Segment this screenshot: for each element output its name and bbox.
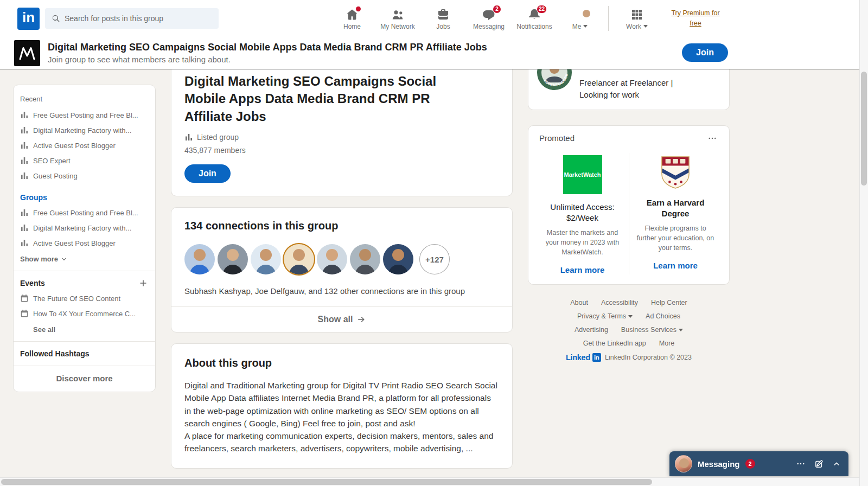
chevron-up-icon[interactable] [832,459,841,468]
messaging-unread-badge: 2 [745,459,755,469]
messaging-avatar [675,455,692,472]
try-premium-link[interactable]: Try Premium for free [666,8,725,29]
nav-my-network[interactable]: My Network [375,7,420,30]
messaging-label: Messaging [698,459,740,469]
footer-link-label: Business Services [621,326,676,334]
show-more-button[interactable]: Show more [20,251,149,270]
connection-avatar[interactable] [284,244,314,274]
group-logo[interactable] [14,40,40,66]
search-box[interactable] [45,8,219,29]
nav-home[interactable]: Home [329,7,375,30]
connection-avatar[interactable] [218,244,248,274]
see-all-events-link[interactable]: See all [20,321,149,340]
group-item[interactable]: Digital Marketing Factory with... [20,220,149,235]
groups-heading-link[interactable]: Groups [20,193,149,202]
calendar-icon [20,309,29,318]
footer-link-get-app[interactable]: Get the LinkedIn app [583,340,646,347]
profile-headline: Freelancer at Freelancer | Looking for w… [579,69,696,101]
nav-jobs-label: Jobs [436,23,450,30]
connection-avatar[interactable] [383,244,413,274]
events-heading: Events [20,279,45,287]
horizontal-scrollbar[interactable] [0,477,859,486]
recent-item[interactable]: SEO Expert [20,153,149,168]
vertical-scrollbar-thumb[interactable] [861,72,867,186]
connection-avatar[interactable] [251,244,281,274]
footer-link-ad-choices[interactable]: Ad Choices [646,312,680,320]
recent-item[interactable]: Free Guest Posting and Free Bl... [20,107,149,123]
search-icon [52,14,60,23]
show-all-button[interactable]: Show all [171,306,512,332]
chevron-down-icon [643,25,648,28]
search-input[interactable] [65,14,212,23]
messaging-overlay-bar[interactable]: Messaging 2 [669,451,848,476]
group-item[interactable]: Free Guest Posting and Free Bl... [20,205,149,220]
connection-avatar[interactable] [350,244,380,274]
recent-item[interactable]: Active Guest Post Blogger [20,138,149,153]
recent-item-label: Active Guest Post Blogger [33,142,116,150]
nav-my-network-label: My Network [380,23,414,30]
left-sidebar: Recent Free Guest Posting and Free Bl...… [13,85,156,392]
top-navbar: in Home My Network Jobs [0,0,868,37]
recent-heading: Recent [20,95,149,103]
footer-link-privacy-terms[interactable]: Privacy & Terms [577,312,633,320]
connection-avatar[interactable] [317,244,347,274]
event-item[interactable]: The Future Of SEO Content [20,291,149,306]
footer-link-business-services[interactable]: Business Services [621,326,683,334]
about-title: About this group [184,357,499,369]
event-item[interactable]: How To 4X Your Ecommerce C... [20,306,149,321]
promoted-heading: Promoted [539,133,575,143]
footer-link-advertising[interactable]: Advertising [575,326,608,334]
connections-overflow-count[interactable]: +127 [419,244,450,274]
nav-notifications-label: Notifications [516,23,552,30]
learn-more-link[interactable]: Learn more [560,265,605,274]
followed-hashtags-heading[interactable]: Followed Hashtags [20,348,149,366]
nav-me[interactable]: Me [557,7,603,30]
nav-home-label: Home [343,23,361,30]
learn-more-link[interactable]: Learn more [653,261,698,270]
calendar-icon [20,294,29,303]
divider [14,341,155,342]
messaging-badge: 2 [493,5,501,14]
group-item[interactable]: Active Guest Post Blogger [20,235,149,251]
discover-more-button[interactable]: Discover more [14,366,155,392]
page-footer: About Accessibility Help Center Privacy … [528,299,730,362]
nav-work[interactable]: Work [614,7,660,30]
footer-link-more[interactable]: More [659,340,674,347]
marketwatch-logo[interactable]: MarketWatch [563,155,602,194]
linkedin-logo[interactable]: in [17,8,40,30]
center-column: Digital Marketing SEO Campaigns Social M… [171,69,513,469]
vertical-scrollbar[interactable] [859,0,868,486]
group-bars-icon [20,111,29,119]
footer-link-about[interactable]: About [570,299,588,306]
connection-avatar[interactable] [184,244,215,274]
connections-title: 134 connections in this group [184,220,499,232]
ad-harvard[interactable]: Earn a Harvard Degree Flexible programs … [629,153,722,275]
connection-avatars: +127 [184,244,499,274]
group-type-label: Listed group [197,133,239,142]
recent-item-label: Guest Posting [33,172,78,180]
recent-item[interactable]: Digital Marketing Factory with... [20,123,149,138]
arrow-right-icon [357,315,366,324]
messaging-overflow-icon[interactable] [796,459,806,469]
open-to-work-avatar[interactable]: #OPENTOWORK [537,69,572,101]
group-members-count[interactable]: 435,877 members [184,146,499,155]
footer-link-help-center[interactable]: Help Center [651,299,687,306]
recent-item[interactable]: Guest Posting [20,168,149,183]
ad-title: Unlimited Access: $2/Week [541,202,623,224]
group-bars-icon [20,156,29,165]
home-notification-badge [355,6,361,12]
footer-link-accessibility[interactable]: Accessibility [601,299,638,306]
nav-messaging[interactable]: 2 Messaging [466,7,512,30]
compose-message-icon[interactable] [814,459,824,469]
overflow-menu-icon[interactable] [706,132,718,144]
nav-notifications[interactable]: 22 Notifications [512,7,557,30]
ad-marketwatch[interactable]: MarketWatch Unlimited Access: $2/Week Ma… [536,153,629,275]
horizontal-scrollbar-thumb[interactable] [1,479,652,485]
banner-join-button[interactable]: Join [682,43,728,62]
chevron-down-icon [679,329,683,331]
profile-card[interactable]: #OPENTOWORK Freelancer at Freelancer | L… [528,69,730,110]
group-join-button[interactable]: Join [184,164,231,183]
create-event-button[interactable] [138,278,149,289]
group-bars-icon [20,223,29,232]
nav-jobs[interactable]: Jobs [420,7,466,30]
